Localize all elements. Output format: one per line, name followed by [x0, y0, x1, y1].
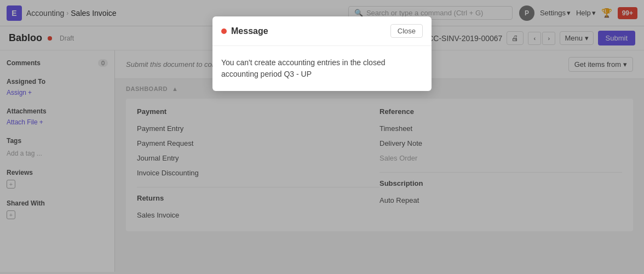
modal-message: You can't create accounting entries in t…	[221, 57, 423, 80]
modal-title-row: Message	[221, 26, 268, 36]
message-modal: Message Close You can't create accountin…	[212, 16, 432, 91]
modal-title: Message	[231, 26, 268, 36]
modal-overlay: Message Close You can't create accountin…	[0, 0, 644, 274]
modal-header: Message Close	[212, 16, 432, 46]
modal-red-dot	[221, 28, 227, 34]
modal-close-button[interactable]: Close	[390, 24, 423, 38]
modal-body: You can't create accounting entries in t…	[212, 46, 432, 91]
